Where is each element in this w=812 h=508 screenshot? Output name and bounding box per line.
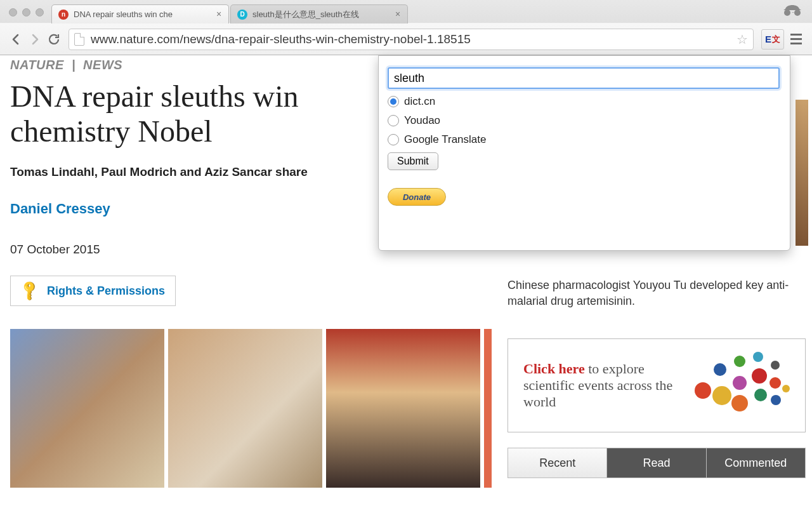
tab-bar: n DNA repair sleuths win che × D sleuth是… — [0, 0, 812, 23]
page-icon — [74, 33, 84, 46]
maximize-window-icon[interactable] — [36, 8, 44, 17]
sidebar-tabs: Recent Read Commented — [508, 448, 806, 478]
browser-menu-button[interactable] — [787, 30, 806, 49]
photo — [326, 329, 480, 488]
promo-click-here: Click here — [523, 361, 585, 377]
submit-button[interactable]: Submit — [388, 152, 438, 170]
photo — [168, 329, 322, 488]
close-window-icon[interactable] — [9, 8, 17, 17]
minimize-window-icon[interactable] — [22, 8, 30, 17]
forward-button[interactable] — [25, 30, 44, 49]
translate-extension-button[interactable]: E文 — [761, 29, 784, 50]
window-controls — [9, 8, 44, 17]
sidebar: Chinese pharmacologist Youyou Tu develop… — [508, 277, 806, 478]
radio-label: dict.cn — [404, 95, 435, 108]
sidebar-text: Chinese pharmacologist Youyou Tu develop… — [508, 277, 806, 309]
radio-option-dictcn[interactable]: dict.cn — [388, 95, 780, 108]
radio-icon — [388, 134, 399, 145]
radio-icon — [388, 115, 399, 126]
sidebar-tab-recent[interactable]: Recent — [508, 448, 607, 478]
close-tab-icon[interactable]: × — [393, 10, 402, 19]
favicon-icon: D — [237, 10, 247, 20]
address-bar[interactable]: www.nature.com/news/dna-repair-sleuths-w… — [69, 29, 754, 50]
favicon-icon: n — [58, 10, 69, 20]
radio-option-youdao[interactable]: Youdao — [388, 114, 780, 127]
reload-button[interactable] — [44, 30, 63, 49]
promo-text: Click here to explore scientific events … — [523, 361, 682, 410]
sidebar-image — [796, 100, 808, 246]
back-button[interactable] — [6, 30, 25, 49]
rights-permissions-button[interactable]: 🔑 Rights & Permissions — [10, 276, 176, 306]
search-input[interactable] — [388, 67, 780, 89]
url-text: www.nature.com/news/dna-repair-sleuths-w… — [91, 32, 471, 46]
breadcrumb-item[interactable]: NATURE — [10, 58, 64, 72]
ext-letter-cn: 文 — [772, 34, 780, 45]
promo-graphic — [695, 351, 790, 420]
key-icon: 🔑 — [18, 279, 41, 303]
article-headline: DNA repair sleuths win chemistry Nobel — [10, 79, 384, 149]
page-content: NATURE | NEWS DNA repair sleuths win che… — [0, 55, 812, 488]
promo-box[interactable]: Click here to explore scientific events … — [508, 338, 806, 432]
bookmark-star-icon[interactable]: ☆ — [737, 32, 748, 47]
tab-title: sleuth是什么意思_sleuth在线 — [252, 9, 390, 20]
radio-label: Google Translate — [404, 133, 486, 146]
tab-title: DNA repair sleuths win che — [74, 10, 211, 19]
radio-icon — [388, 96, 399, 107]
radio-label: Youdao — [404, 114, 440, 127]
close-tab-icon[interactable]: × — [214, 10, 223, 19]
toolbar: www.nature.com/news/dna-repair-sleuths-w… — [0, 23, 812, 55]
extension-popup: dict.cn Youdao Google Translate Submit D… — [378, 55, 790, 251]
photo-strip — [484, 329, 492, 488]
breadcrumb-sep: | — [72, 58, 75, 72]
breadcrumb-item[interactable]: NEWS — [83, 58, 122, 72]
radio-option-google[interactable]: Google Translate — [388, 133, 780, 146]
photo — [10, 329, 164, 488]
tab-inactive[interactable]: D sleuth是什么意思_sleuth在线 × — [230, 4, 408, 23]
incognito-icon — [782, 3, 803, 22]
donate-button[interactable]: Donate — [388, 188, 446, 206]
sidebar-tab-commented[interactable]: Commented — [707, 448, 805, 478]
tab-active[interactable]: n DNA repair sleuths win che × — [51, 4, 229, 23]
sidebar-tab-read[interactable]: Read — [607, 448, 706, 478]
browser-chrome: n DNA repair sleuths win che × D sleuth是… — [0, 0, 812, 55]
ext-letter-e: E — [765, 34, 771, 44]
rights-label: Rights & Permissions — [47, 284, 165, 298]
